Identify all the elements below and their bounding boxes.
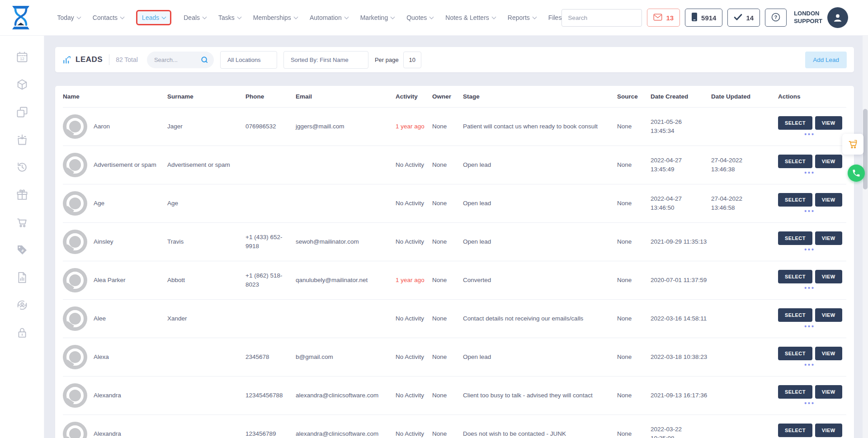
user-avatar[interactable] xyxy=(827,7,848,28)
lead-source: None xyxy=(617,237,648,246)
clinic-logo[interactable] xyxy=(0,5,42,30)
nav-label: Marketing xyxy=(360,14,388,21)
more-actions-button[interactable]: ••• xyxy=(778,400,841,406)
select-button[interactable]: SELECT xyxy=(778,193,812,207)
floating-cart-button[interactable] xyxy=(842,134,863,155)
view-button[interactable]: VIEW xyxy=(815,308,842,322)
add-lead-button[interactable]: Add Lead xyxy=(805,52,847,68)
global-search-input[interactable] xyxy=(562,14,652,21)
more-actions-button[interactable]: ••• xyxy=(778,246,841,253)
nav-notes-letters[interactable]: Notes & Letters xyxy=(445,14,495,21)
view-button[interactable]: VIEW xyxy=(815,231,842,245)
nav-label: Contacts xyxy=(93,14,118,21)
tasks-badge[interactable]: 14 xyxy=(727,9,760,27)
col-date-created: Date Created xyxy=(651,93,708,100)
lead-activity: No Activity xyxy=(396,391,429,400)
search-icon[interactable] xyxy=(200,56,208,64)
lead-activity: No Activity xyxy=(396,237,429,246)
topbar: Today Contacts Leads Deals Tasks Members… xyxy=(0,0,868,35)
bag-return-icon[interactable] xyxy=(16,133,28,146)
lead-stage: Open lead xyxy=(463,160,614,170)
table-row: Alea Parker Abbott +1 (862) 518-8023 qan… xyxy=(63,261,846,300)
select-button[interactable]: SELECT xyxy=(778,231,812,245)
lead-activity: No Activity xyxy=(396,199,429,208)
lock-icon[interactable] xyxy=(16,326,28,339)
lead-surname: Abbott xyxy=(167,276,243,285)
location-filter-select[interactable]: All Locations xyxy=(220,51,277,69)
calls-badge[interactable]: 5914 xyxy=(685,9,722,27)
nav-deals[interactable]: Deals xyxy=(184,14,206,21)
nav-quotes[interactable]: Quotes xyxy=(406,14,433,21)
scrollbar-track[interactable] xyxy=(863,35,868,438)
report-icon[interactable] xyxy=(16,271,28,284)
select-button[interactable]: SELECT xyxy=(778,308,812,322)
select-button[interactable]: SELECT xyxy=(778,385,812,399)
lead-owner: None xyxy=(432,160,460,170)
view-button[interactable]: VIEW xyxy=(815,270,842,283)
copy-icon[interactable] xyxy=(16,106,28,118)
nav-files[interactable]: Files xyxy=(548,14,562,21)
select-button[interactable]: SELECT xyxy=(778,155,812,168)
cart-icon[interactable] xyxy=(16,216,28,229)
lead-owner: None xyxy=(432,353,460,362)
chevron-down-icon xyxy=(293,15,298,19)
messages-badge[interactable]: 13 xyxy=(647,9,680,27)
leads-table: Name Surname Phone Email Activity Owner … xyxy=(55,86,854,438)
more-actions-button[interactable]: ••• xyxy=(778,285,841,291)
price-tag-icon[interactable]: $ xyxy=(16,244,28,256)
select-button[interactable]: SELECT xyxy=(778,424,812,437)
history-icon[interactable] xyxy=(16,161,28,174)
view-button[interactable]: VIEW xyxy=(815,347,842,360)
avatar xyxy=(63,114,87,139)
lead-stage: Contact details not receiving our emails… xyxy=(463,314,614,323)
more-actions-button[interactable]: ••• xyxy=(778,362,841,368)
leads-search xyxy=(147,52,214,68)
lead-date-updated: 27-04-202213:46:38 xyxy=(711,156,775,174)
package-icon[interactable] xyxy=(16,78,28,91)
nav-contacts[interactable]: Contacts xyxy=(93,14,124,21)
lead-source: None xyxy=(617,276,648,285)
col-stage: Stage xyxy=(463,93,614,100)
lead-phone: 123456789 xyxy=(245,429,293,438)
nav-automation[interactable]: Automation xyxy=(310,14,348,21)
col-activity: Activity xyxy=(396,93,429,100)
nav-memberships[interactable]: Memberships xyxy=(253,14,297,21)
lead-owner: None xyxy=(432,391,460,400)
nav-label: Leads xyxy=(142,14,159,21)
nav-reports[interactable]: Reports xyxy=(508,14,536,21)
more-actions-button[interactable]: ••• xyxy=(778,131,841,137)
per-page-input[interactable]: 10 xyxy=(403,52,421,68)
help-button[interactable]: ? xyxy=(765,9,787,27)
view-button[interactable]: VIEW xyxy=(815,193,842,207)
table-row: Advertisement or spam Advertisement or s… xyxy=(63,146,846,184)
nav-marketing[interactable]: Marketing xyxy=(360,14,394,21)
select-button[interactable]: SELECT xyxy=(778,116,812,130)
more-actions-button[interactable]: ••• xyxy=(778,170,841,176)
view-button[interactable]: VIEW xyxy=(815,385,842,399)
nav-leads[interactable]: Leads xyxy=(136,10,171,25)
more-actions-button[interactable]: ••• xyxy=(778,323,841,330)
lead-email: alexandra@clinicsoftware.com xyxy=(296,391,393,400)
view-button[interactable]: VIEW xyxy=(815,424,842,437)
col-email: Email xyxy=(296,93,393,100)
nav-tasks[interactable]: Tasks xyxy=(218,14,241,21)
main-navigation: Today Contacts Leads Deals Tasks Members… xyxy=(57,10,561,25)
lead-date-created: 2021-05-2613:45:34 xyxy=(651,118,708,135)
sort-filter-select[interactable]: Sorted By: First Name xyxy=(283,51,368,69)
view-button[interactable]: VIEW xyxy=(815,116,842,130)
floating-phone-button[interactable] xyxy=(848,165,865,182)
gift-icon[interactable] xyxy=(16,188,28,201)
view-button[interactable]: VIEW xyxy=(815,155,842,168)
calendar-icon[interactable]: 12 xyxy=(16,51,28,63)
nav-today[interactable]: Today xyxy=(57,14,80,21)
select-button[interactable]: SELECT xyxy=(778,270,812,283)
lead-phone: +1 (433) 652-9918 xyxy=(245,233,293,250)
leads-search-input[interactable] xyxy=(154,57,200,63)
chevron-down-icon xyxy=(203,15,207,19)
chevron-down-icon xyxy=(76,15,81,19)
account-sync-icon[interactable] xyxy=(16,299,28,311)
more-actions-button[interactable]: ••• xyxy=(778,208,841,214)
lead-name: Alexandra xyxy=(94,429,121,438)
select-button[interactable]: SELECT xyxy=(778,347,812,360)
lead-email: qanulubely@mailinator.net xyxy=(296,276,393,285)
